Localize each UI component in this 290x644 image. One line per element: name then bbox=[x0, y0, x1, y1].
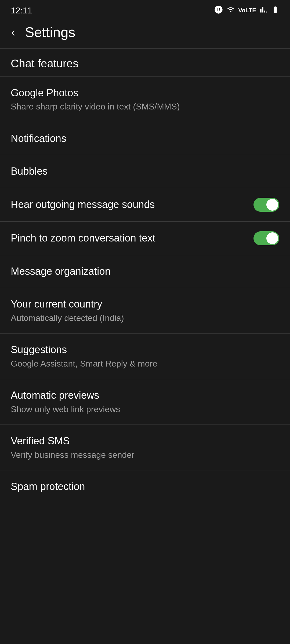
settings-item-bubbles[interactable]: Bubbles bbox=[0, 155, 290, 188]
settings-item-automatic-previews[interactable]: Automatic previewsShow only web link pre… bbox=[0, 379, 290, 425]
settings-item-title-suggestions: Suggestions bbox=[11, 343, 279, 356]
settings-item-title-verified-sms: Verified SMS bbox=[11, 434, 279, 448]
toggle-pinch-to-zoom[interactable] bbox=[253, 231, 279, 245]
settings-item-text-spam-protection: Spam protection bbox=[11, 480, 279, 493]
toggle-thumb-hear-outgoing bbox=[266, 199, 278, 211]
status-time: 12:11 bbox=[11, 6, 32, 16]
settings-item-title-notifications: Notifications bbox=[11, 132, 279, 145]
alarm-icon bbox=[214, 5, 223, 16]
settings-item-subtitle-current-country: Automatically detected (India) bbox=[11, 313, 279, 324]
divider-spam-protection bbox=[0, 503, 290, 503]
settings-item-text-message-organization: Message organization bbox=[11, 265, 279, 278]
toggle-hear-outgoing[interactable] bbox=[253, 198, 279, 212]
settings-item-suggestions[interactable]: SuggestionsGoogle Assistant, Smart Reply… bbox=[0, 334, 290, 379]
settings-item-text-notifications: Notifications bbox=[11, 132, 279, 145]
signal-icon bbox=[259, 6, 268, 15]
settings-item-message-organization[interactable]: Message organization bbox=[0, 255, 290, 288]
settings-item-google-photos[interactable]: Google PhotosShare sharp clarity video i… bbox=[0, 77, 290, 122]
settings-item-spam-protection[interactable]: Spam protection bbox=[0, 470, 290, 503]
page-title: Settings bbox=[25, 24, 75, 40]
back-button[interactable]: ‹ bbox=[8, 25, 19, 39]
settings-item-title-current-country: Your current country bbox=[11, 298, 279, 311]
settings-item-title-spam-protection: Spam protection bbox=[11, 480, 279, 493]
settings-item-text-automatic-previews: Automatic previewsShow only web link pre… bbox=[11, 389, 279, 415]
toggle-thumb-pinch-to-zoom bbox=[266, 232, 278, 244]
settings-item-text-hear-outgoing: Hear outgoing message sounds bbox=[11, 198, 248, 211]
battery-icon bbox=[271, 6, 279, 15]
settings-list: Google PhotosShare sharp clarity video i… bbox=[0, 77, 290, 503]
settings-item-text-google-photos: Google PhotosShare sharp clarity video i… bbox=[11, 86, 279, 112]
settings-item-subtitle-suggestions: Google Assistant, Smart Reply & more bbox=[11, 358, 279, 369]
settings-item-title-pinch-to-zoom: Pinch to zoom conversation text bbox=[11, 232, 248, 245]
settings-item-text-suggestions: SuggestionsGoogle Assistant, Smart Reply… bbox=[11, 343, 279, 369]
settings-item-title-hear-outgoing: Hear outgoing message sounds bbox=[11, 198, 248, 211]
settings-item-notifications[interactable]: Notifications bbox=[0, 122, 290, 155]
settings-item-title-bubbles: Bubbles bbox=[11, 165, 279, 178]
settings-item-verified-sms[interactable]: Verified SMSVerify business message send… bbox=[0, 425, 290, 470]
settings-item-title-message-organization: Message organization bbox=[11, 265, 279, 278]
settings-item-current-country[interactable]: Your current countryAutomatically detect… bbox=[0, 288, 290, 333]
settings-item-subtitle-google-photos: Share sharp clarity video in text (SMS/M… bbox=[11, 101, 279, 112]
volte-icon: VoLTE bbox=[238, 7, 256, 14]
status-icons: VoLTE bbox=[214, 5, 279, 16]
settings-item-title-google-photos: Google Photos bbox=[11, 86, 279, 100]
settings-item-subtitle-automatic-previews: Show only web link previews bbox=[11, 404, 279, 415]
settings-item-hear-outgoing[interactable]: Hear outgoing message sounds bbox=[0, 188, 290, 221]
wifi-icon bbox=[226, 6, 235, 15]
settings-item-text-verified-sms: Verified SMSVerify business message send… bbox=[11, 434, 279, 460]
settings-item-text-bubbles: Bubbles bbox=[11, 165, 279, 178]
status-bar: 12:11 VoLTE bbox=[0, 0, 290, 19]
chat-features-header: Chat features bbox=[0, 49, 290, 76]
page-header: ‹ Settings bbox=[0, 19, 290, 48]
settings-item-text-current-country: Your current countryAutomatically detect… bbox=[11, 298, 279, 324]
settings-item-text-pinch-to-zoom: Pinch to zoom conversation text bbox=[11, 232, 248, 245]
settings-item-title-automatic-previews: Automatic previews bbox=[11, 389, 279, 402]
settings-item-subtitle-verified-sms: Verify business message sender bbox=[11, 449, 279, 461]
settings-item-pinch-to-zoom[interactable]: Pinch to zoom conversation text bbox=[0, 222, 290, 255]
